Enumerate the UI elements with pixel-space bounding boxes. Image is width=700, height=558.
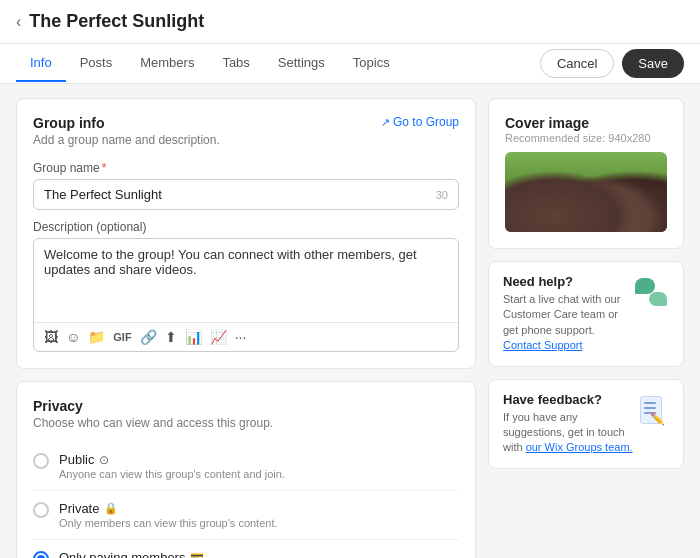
external-link-icon: ↗ <box>381 116 390 129</box>
contact-support-link[interactable]: Contact Support <box>503 339 583 351</box>
feedback-card: Have feedback? If you have any suggestio… <box>488 379 684 469</box>
help-text-content: Need help? Start a live chat with our Cu… <box>503 274 633 354</box>
radio-paying[interactable] <box>33 551 49 558</box>
feedback-icon: ✏️ <box>633 392 669 428</box>
help-description: Start a live chat with our Customer Care… <box>503 292 633 354</box>
private-desc: Only members can view this group's conte… <box>59 517 278 529</box>
tab-info[interactable]: Info <box>16 45 66 82</box>
gif-icon[interactable]: GIF <box>113 331 131 343</box>
note-visual: ✏️ <box>637 394 665 426</box>
tab-members[interactable]: Members <box>126 45 208 82</box>
feedback-text-content: Have feedback? If you have any suggestio… <box>503 392 633 456</box>
go-to-group-link[interactable]: ↗ Go to Group <box>381 115 459 129</box>
privacy-subtitle: Choose who can view and access this grou… <box>33 416 459 430</box>
cover-image-title: Cover image <box>505 115 667 131</box>
feedback-description: If you have any suggestions, get in touc… <box>503 410 633 456</box>
bubble1 <box>635 278 655 294</box>
tab-topics[interactable]: Topics <box>339 45 404 82</box>
tab-settings[interactable]: Settings <box>264 45 339 82</box>
feedback-header: Have feedback? If you have any suggestio… <box>503 392 669 456</box>
help-header: Need help? Start a live chat with our Cu… <box>503 274 669 354</box>
required-indicator: * <box>102 161 107 175</box>
formatting-toolbar: 🖼 ☺ 📁 GIF 🔗 ⬆ 📊 📈 ··· <box>34 322 458 351</box>
left-panel: Group info Add a group name and descript… <box>16 98 476 558</box>
card-icon: 💳 <box>190 551 204 558</box>
description-label: Description (optional) <box>33 220 459 234</box>
cover-image-visual <box>505 152 667 232</box>
folder-icon[interactable]: 📁 <box>88 329 105 345</box>
image-icon[interactable]: 🖼 <box>44 329 58 345</box>
group-info-card: Group info Add a group name and descript… <box>16 98 476 369</box>
paying-option-content: Only paying members 💳 Members pay to vie… <box>59 550 264 558</box>
paying-label: Only paying members 💳 <box>59 550 264 558</box>
radio-private[interactable] <box>33 502 49 518</box>
more-icon[interactable]: ··· <box>235 329 247 345</box>
wix-groups-link[interactable]: our Wix Groups team. <box>526 441 633 453</box>
cover-image-hint: Recommended size: 940x280 <box>505 132 667 144</box>
lock-icon: 🔒 <box>104 502 118 515</box>
chat-icon <box>633 274 669 310</box>
save-button[interactable]: Save <box>622 49 684 78</box>
privacy-option-public[interactable]: Public ⊙ Anyone can view this group's co… <box>33 442 459 491</box>
group-name-field-wrapper: 30 <box>33 179 459 210</box>
link-icon[interactable]: 🔗 <box>140 329 157 345</box>
private-option-content: Private 🔒 Only members can view this gro… <box>59 501 278 529</box>
cover-image-card: Cover image Recommended size: 940x280 <box>488 98 684 249</box>
public-option-content: Public ⊙ Anyone can view this group's co… <box>59 452 285 480</box>
privacy-option-paying[interactable]: Only paying members 💳 Members pay to vie… <box>33 540 459 558</box>
cancel-button[interactable]: Cancel <box>540 49 614 78</box>
privacy-title: Privacy <box>33 398 459 414</box>
right-panel: Cover image Recommended size: 940x280 Ne… <box>488 98 684 558</box>
main-content: Group info Add a group name and descript… <box>0 84 700 558</box>
char-count: 30 <box>436 189 448 201</box>
radio-public[interactable] <box>33 453 49 469</box>
note-line-2 <box>644 407 656 409</box>
header: ‹ The Perfect Sunlight <box>0 0 700 44</box>
group-name-input[interactable] <box>44 187 436 202</box>
description-input[interactable]: Welcome to the group! You can connect wi… <box>34 239 458 319</box>
privacy-option-private[interactable]: Private 🔒 Only members can view this gro… <box>33 491 459 540</box>
note-line-1 <box>644 402 656 404</box>
bubble2 <box>649 292 667 306</box>
help-card: Need help? Start a live chat with our Cu… <box>488 261 684 367</box>
go-to-group-label: Go to Group <box>393 115 459 129</box>
emoji-icon[interactable]: ☺ <box>66 329 80 345</box>
pencil-icon: ✏️ <box>650 412 665 426</box>
privacy-card: Privacy Choose who can view and access t… <box>16 381 476 558</box>
tab-posts[interactable]: Posts <box>66 45 127 82</box>
group-name-label: Group name * <box>33 161 459 175</box>
back-button[interactable]: ‹ <box>16 13 21 31</box>
nav-tabs: Info Posts Members Tabs Settings Topics <box>16 45 540 82</box>
page-title: The Perfect Sunlight <box>29 11 204 32</box>
description-wrapper: Welcome to the group! You can connect wi… <box>33 238 459 352</box>
tab-tabs[interactable]: Tabs <box>208 45 263 82</box>
bar-chart-icon[interactable]: 📈 <box>210 329 227 345</box>
nav-actions: Cancel Save <box>540 49 684 78</box>
cover-image-preview[interactable] <box>505 152 667 232</box>
public-desc: Anyone can view this group's content and… <box>59 468 285 480</box>
upload-icon[interactable]: ⬆ <box>165 329 177 345</box>
nav-bar: Info Posts Members Tabs Settings Topics … <box>0 44 700 84</box>
public-label: Public ⊙ <box>59 452 285 467</box>
chart-icon[interactable]: 📊 <box>185 329 202 345</box>
group-info-title: Group info <box>33 115 220 131</box>
group-info-subtitle: Add a group name and description. <box>33 133 220 147</box>
feedback-title: Have feedback? <box>503 392 633 407</box>
help-title: Need help? <box>503 274 633 289</box>
public-icon: ⊙ <box>99 453 109 467</box>
private-label: Private 🔒 <box>59 501 278 516</box>
